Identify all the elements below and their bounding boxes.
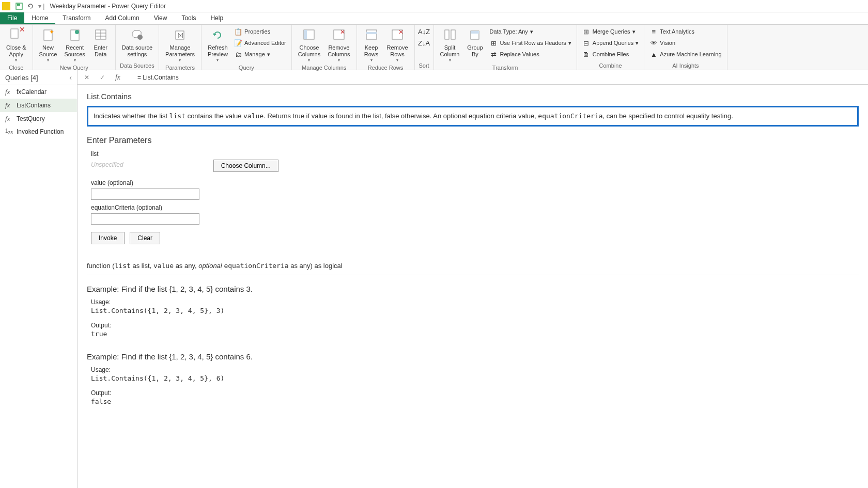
ribbon-group-manage-columns: Choose Columns ▾ ✕ Remove Columns ▾ Mana… — [292, 25, 357, 70]
invoke-button[interactable]: Invoke — [91, 232, 125, 244]
function-signature: function (list as list, value as any, op… — [87, 257, 859, 275]
use-first-row-button[interactable]: ⊞Use First Row as Headers ▾ — [487, 37, 573, 49]
query-item-listcontains[interactable]: fx ListContains — [0, 99, 77, 112]
function-icon: fx — [5, 115, 13, 123]
manage-parameters-button[interactable]: [x] Manage Parameters ▾ — [162, 26, 198, 64]
remove-columns-button[interactable]: ✕ Remove Columns ▾ — [324, 26, 353, 64]
chevron-down-icon: ▾ — [47, 58, 49, 62]
function-icon: fx — [5, 101, 13, 109]
svg-rect-25 — [451, 30, 455, 39]
body-area: Queries [4] ‹ fx fxCalendar fx ListConta… — [0, 70, 868, 488]
tab-tools[interactable]: Tools — [174, 12, 203, 24]
enter-data-icon — [92, 27, 109, 43]
chevron-down-icon: ▾ — [308, 58, 310, 62]
recent-sources-button[interactable]: Recent Sources ▾ — [61, 26, 88, 64]
tab-transform[interactable]: Transform — [55, 12, 98, 24]
cancel-formula-button[interactable]: ✕ — [81, 72, 93, 83]
chevron-down-icon: ▾ — [449, 58, 451, 62]
svg-rect-20 — [366, 30, 377, 39]
example-1-heading: Example: Find if the list {1, 2, 3, 4, 5… — [87, 285, 859, 293]
ribbon-group-parameters: [x] Manage Parameters ▾ Parameters — [159, 25, 202, 70]
azure-ml-button[interactable]: ▲Azure Machine Learning — [647, 49, 723, 60]
new-source-icon: ✦ — [40, 27, 56, 43]
data-type-button[interactable]: Data Type: Any ▾ — [487, 26, 573, 37]
combine-files-button[interactable]: 🗎Combine Files — [580, 49, 641, 60]
group-by-button[interactable]: Group By — [463, 26, 486, 59]
sort-asc-button[interactable]: A↓Z — [418, 26, 430, 37]
tab-add-column[interactable]: Add Column — [98, 12, 147, 24]
replace-values-button[interactable]: ⇄Replace Values — [487, 49, 573, 60]
keep-rows-icon — [363, 27, 380, 43]
param-value-input[interactable] — [91, 188, 199, 200]
clear-button[interactable]: Clear — [130, 232, 160, 244]
enter-data-button[interactable]: Enter Data — [89, 26, 112, 59]
choose-columns-button[interactable]: Choose Columns ▾ — [295, 26, 323, 64]
refresh-preview-button[interactable]: Refresh Preview ▾ — [205, 26, 231, 64]
append-queries-button[interactable]: ⊟Append Queries ▾ — [580, 37, 641, 49]
undo-icon[interactable] — [26, 2, 35, 10]
param-list-label: list — [91, 150, 859, 158]
ribbon-group-data-sources: Data source settings Data Sources — [116, 25, 159, 70]
keep-rows-button[interactable]: Keep Rows ▾ — [360, 26, 383, 64]
merge-queries-button[interactable]: ⊞Merge Queries ▾ — [580, 26, 641, 37]
query-item-fxcalendar[interactable]: fx fxCalendar — [0, 85, 77, 99]
formula-text[interactable]: = List.Contains — [127, 74, 179, 81]
svg-rect-2 — [11, 29, 18, 38]
ribbon-group-new-query: ✦ New Source ▾ Recent Sources ▾ Enter Da… — [33, 25, 116, 70]
chevron-down-icon: ▾ — [179, 58, 181, 62]
remove-columns-icon: ✕ — [331, 27, 347, 43]
window-title: Weekday Parameter - Power Query Editor — [50, 3, 166, 10]
chevron-down-icon: ▾ — [636, 40, 639, 46]
close-apply-button[interactable]: ✕ Close & Apply ▾ — [3, 26, 29, 64]
svg-text:✕: ✕ — [340, 28, 345, 36]
new-source-button[interactable]: ✦ New Source ▾ — [36, 26, 60, 64]
manage-icon: 🗂 — [234, 50, 242, 58]
svg-text:✕: ✕ — [19, 27, 24, 34]
example-2-heading: Example: Find if the list {1, 2, 3, 4, 5… — [87, 352, 859, 361]
recent-sources-icon — [67, 27, 83, 43]
chevron-down-icon: ▾ — [216, 58, 219, 62]
enter-parameters-heading: Enter Parameters — [87, 136, 859, 145]
ribbon-group-sort: A↓Z Z↓A Sort — [415, 25, 434, 70]
vision-button[interactable]: 👁Vision — [647, 37, 723, 49]
text-analytics-button[interactable]: ≡Text Analytics — [647, 26, 723, 37]
param-equation-criteria-input[interactable] — [91, 213, 199, 225]
chevron-down-icon: ▾ — [267, 51, 270, 58]
query-item-invoked-function[interactable]: 123 Invoked Function — [0, 125, 77, 138]
remove-rows-button[interactable]: ✕ Remove Rows ▾ — [384, 26, 411, 64]
choose-column-button[interactable]: Choose Column... — [213, 160, 278, 172]
svg-rect-1 — [17, 4, 20, 6]
advanced-editor-button[interactable]: 📝Advanced Editor — [232, 37, 288, 49]
confirm-formula-button[interactable]: ✓ — [96, 72, 109, 83]
close-apply-icon: ✕ — [8, 27, 24, 43]
headers-icon: ⊞ — [489, 39, 498, 47]
data-source-settings-button[interactable]: Data source settings — [119, 26, 156, 59]
content-scroll[interactable]: List.Contains Indicates whether the list… — [78, 85, 868, 488]
split-column-button[interactable]: Split Column ▾ — [437, 26, 463, 64]
svg-text:✕: ✕ — [398, 28, 404, 36]
fx-icon[interactable]: fx — [112, 72, 124, 83]
properties-button[interactable]: 📋Properties — [232, 26, 288, 37]
tab-view[interactable]: View — [147, 12, 175, 24]
append-icon: ⊟ — [582, 39, 591, 47]
sort-asc-icon: A↓Z — [420, 27, 428, 36]
remove-rows-icon: ✕ — [389, 27, 406, 43]
manage-button[interactable]: 🗂Manage ▾ — [232, 49, 288, 60]
chevron-down-icon: ▾ — [396, 58, 398, 62]
query-item-testquery[interactable]: fx TestQuery — [0, 112, 77, 125]
merge-icon: ⊞ — [582, 27, 591, 36]
tab-home[interactable]: Home — [24, 12, 55, 24]
chevron-down-icon: ▾ — [15, 58, 17, 62]
azure-ml-icon: ▲ — [649, 50, 658, 58]
tab-file[interactable]: File — [0, 12, 24, 24]
chevron-down-icon: ▾ — [370, 58, 373, 62]
refresh-icon — [209, 27, 226, 43]
collapse-panel-icon[interactable]: ‹ — [69, 73, 72, 82]
tab-help[interactable]: Help — [203, 12, 230, 24]
chevron-down-icon: ▾ — [568, 40, 571, 46]
example-2-block: Usage: List.Contains({1, 2, 3, 4, 5}, 6)… — [87, 366, 859, 405]
replace-icon: ⇄ — [489, 50, 498, 58]
sort-desc-button[interactable]: Z↓A — [418, 37, 430, 49]
save-icon[interactable] — [15, 2, 23, 10]
svg-text:[x]: [x] — [178, 33, 183, 38]
